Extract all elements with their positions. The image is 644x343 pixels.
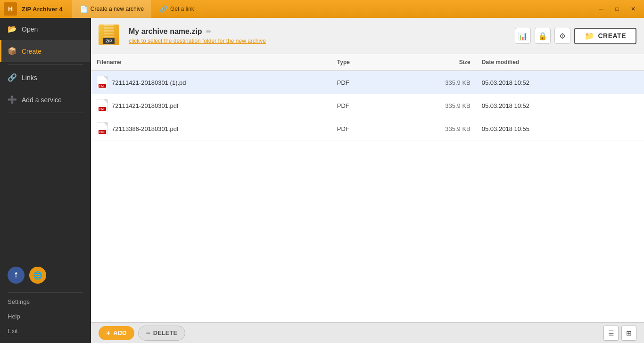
cell-size: 335.9 KB: [389, 94, 476, 117]
lock-icon: 🔒: [538, 32, 547, 41]
cell-date: 05.03.2018 10:52: [476, 71, 617, 94]
title-bar: H ZiP Archiver 4 📄 Create a new archive …: [0, 0, 644, 18]
sidebar-open-label: Open: [22, 25, 38, 33]
add-icon: +: [106, 329, 110, 337]
minus-icon: −: [146, 329, 150, 337]
cell-type: PDF: [331, 94, 389, 117]
pdf-icon: [97, 122, 108, 135]
create-tab-label: Create a new archive: [91, 6, 144, 12]
sidebar-item-create[interactable]: 📦 Create: [0, 40, 91, 62]
archive-header-actions: 📊 🔒 ⚙ 📁 CREATE: [515, 28, 636, 44]
add-label: ADD: [113, 329, 126, 336]
sidebar-item-add-service[interactable]: ➕ Add a service: [0, 89, 91, 111]
filename-text: 72111421-20180301.pdf: [112, 102, 179, 109]
filename-text: 72111421-20180301 (1).pd: [112, 79, 186, 86]
facebook-button[interactable]: f: [8, 267, 25, 284]
sidebar-create-label: Create: [22, 48, 41, 55]
sidebar-divider-3: [8, 292, 83, 293]
list-view-icon: ☰: [608, 329, 614, 337]
stats-icon: 📊: [518, 32, 528, 41]
cell-date: 05.03.2018 10:55: [476, 117, 617, 140]
folder-icon: 📁: [585, 32, 594, 41]
add-button[interactable]: + ADD: [99, 326, 134, 340]
cell-extra: [617, 117, 644, 140]
sidebar-exit-link[interactable]: Exit: [0, 324, 91, 338]
cell-filename: 72113386-20180301.pdf: [91, 117, 331, 140]
cell-date: 05.03.2018 10:52: [476, 94, 617, 117]
pdf-icon: [97, 76, 108, 89]
close-button[interactable]: ✕: [626, 2, 640, 16]
col-type: Type: [331, 54, 389, 71]
archive-destination-link[interactable]: click to select the destination folder f…: [129, 38, 507, 44]
file-table-container: Filename Type Size Date modified 7211142…: [91, 54, 644, 322]
cell-size: 335.9 KB: [389, 117, 476, 140]
delete-label: DELETE: [153, 329, 177, 336]
view-toggle-actions: ☰ ⊞: [603, 326, 636, 341]
cell-type: PDF: [331, 117, 389, 140]
web-icon: 🌐: [33, 271, 42, 280]
sidebar-item-open[interactable]: 📂 Open: [0, 18, 91, 40]
main-layout: 📂 Open 📦 Create 🔗 Links ➕ Add a service …: [0, 18, 644, 343]
link-tab-label: Get a link: [170, 6, 194, 12]
zip-icon: ZIP: [99, 24, 121, 47]
table-row[interactable]: 72113386-20180301.pdf PDF 335.9 KB 05.03…: [91, 117, 644, 140]
cell-filename: 72111421-20180301 (1).pd: [91, 71, 331, 94]
edit-archive-name-icon[interactable]: ✏: [206, 28, 212, 35]
archive-name-row: My archive name.zip ✏: [129, 27, 507, 36]
sidebar-help-link[interactable]: Help: [0, 309, 91, 324]
link-tab-icon: 🔗: [159, 5, 167, 13]
window-controls: ─ □ ✕: [594, 2, 640, 16]
cell-type: PDF: [331, 71, 389, 94]
delete-button[interactable]: − DELETE: [138, 326, 186, 341]
links-icon: 🔗: [8, 73, 17, 82]
cell-filename: 72111421-20180301.pdf: [91, 94, 331, 117]
sidebar-links-label: Links: [22, 74, 37, 82]
grid-view-icon: ⊞: [626, 329, 632, 337]
sidebar: 📂 Open 📦 Create 🔗 Links ➕ Add a service …: [0, 18, 91, 343]
table-header-row: Filename Type Size Date modified: [91, 54, 644, 71]
sidebar-divider-1: [8, 64, 83, 65]
website-button[interactable]: 🌐: [29, 267, 46, 284]
col-extra: [617, 54, 644, 71]
add-service-icon: ➕: [8, 95, 17, 104]
minimize-button[interactable]: ─: [594, 2, 608, 16]
app-name: ZiP Archiver 4: [22, 6, 63, 13]
content-area: ZIP My archive name.zip ✏ click to selec…: [91, 18, 644, 343]
pdf-icon: [97, 99, 108, 112]
sidebar-bottom: f 🌐 Settings Help Exit: [0, 260, 91, 343]
table-row[interactable]: 72111421-20180301 (1).pd PDF 335.9 KB 05…: [91, 71, 644, 94]
table-row[interactable]: 72111421-20180301.pdf PDF 335.9 KB 05.03…: [91, 94, 644, 117]
archive-info: My archive name.zip ✏ click to select th…: [129, 27, 507, 44]
gear-icon: ⚙: [559, 32, 566, 41]
maximize-button[interactable]: □: [610, 2, 624, 16]
create-label: CREATE: [598, 32, 626, 40]
create-icon: 📦: [8, 47, 17, 56]
settings-button[interactable]: ⚙: [554, 28, 570, 44]
tab-get-link[interactable]: 🔗 Get a link: [152, 0, 202, 18]
cell-size: 335.9 KB: [389, 71, 476, 94]
open-icon: 📂: [8, 24, 17, 33]
app-logo: H: [4, 2, 17, 16]
sidebar-divider-2: [8, 113, 83, 113]
sidebar-add-service-label: Add a service: [22, 96, 62, 104]
create-button[interactable]: 📁 CREATE: [574, 28, 636, 44]
file-table: Filename Type Size Date modified 7211142…: [91, 54, 644, 140]
title-tabs: 📄 Create a new archive 🔗 Get a link: [72, 0, 594, 18]
sidebar-settings-link[interactable]: Settings: [0, 294, 91, 309]
archive-header: ZIP My archive name.zip ✏ click to selec…: [91, 18, 644, 54]
stats-button[interactable]: 📊: [515, 28, 531, 44]
create-tab-icon: 📄: [80, 5, 88, 13]
cell-extra: [617, 94, 644, 117]
cell-extra: [617, 71, 644, 94]
col-size: Size: [389, 54, 476, 71]
lock-button[interactable]: 🔒: [535, 28, 551, 44]
archive-name: My archive name.zip: [129, 27, 202, 36]
col-date-modified: Date modified: [476, 54, 617, 71]
sidebar-item-links[interactable]: 🔗 Links: [0, 66, 91, 89]
facebook-icon: f: [15, 271, 17, 279]
tab-create-archive[interactable]: 📄 Create a new archive: [72, 0, 152, 18]
grid-view-button[interactable]: ⊞: [621, 326, 636, 341]
bottom-bar: + ADD − DELETE ☰ ⊞: [91, 322, 644, 343]
sidebar-social: f 🌐: [0, 260, 91, 290]
list-view-button[interactable]: ☰: [603, 326, 619, 341]
